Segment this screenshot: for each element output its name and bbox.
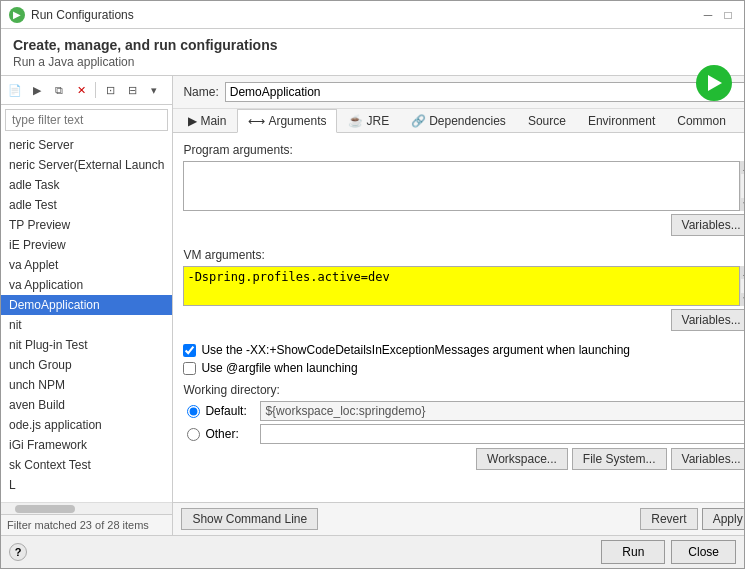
showcode-checkbox[interactable] (183, 344, 196, 357)
list-item[interactable]: ode.js application (1, 415, 172, 435)
filter-button[interactable]: ⊡ (100, 80, 120, 100)
title-bar: ▶ Run Configurations ─ □ (1, 1, 744, 29)
footer-left: ? (9, 543, 27, 561)
maximize-button[interactable]: □ (720, 7, 736, 23)
scroll-up-arrow[interactable]: ▲ (741, 267, 744, 279)
program-arguments-group: Program arguments: ▲ ▼ Variables... (183, 143, 744, 236)
header-title: Create, manage, and run configurations (13, 37, 732, 53)
new-launch-button[interactable]: ▶ (27, 80, 47, 100)
list-item[interactable]: va Applet (1, 255, 172, 275)
delete-button[interactable]: ✕ (71, 80, 91, 100)
new-button[interactable]: 📄 (5, 80, 25, 100)
list-item[interactable]: unch NPM (1, 375, 172, 395)
collapse-button[interactable]: ⊟ (122, 80, 142, 100)
other-radio[interactable] (187, 428, 200, 441)
list-item[interactable]: nit (1, 315, 172, 335)
list-item-application[interactable]: va Application (1, 275, 172, 295)
revert-button[interactable]: Revert (640, 508, 697, 530)
footer: ? Run Close (1, 535, 744, 568)
program-arguments-container: ▲ ▼ (183, 161, 744, 211)
close-button[interactable]: Close (671, 540, 736, 564)
scroll-down-arrow[interactable]: ▼ (741, 293, 744, 305)
arguments-tab-label: Arguments (268, 114, 326, 128)
arguments-tab-icon: ⟷ (248, 114, 265, 128)
list-item[interactable]: iE Preview (1, 235, 172, 255)
working-directory-label: Working directory: (183, 383, 744, 397)
list-item[interactable]: neric Server (1, 135, 172, 155)
vm-variables-button[interactable]: Variables... (671, 309, 744, 331)
vm-arguments-container: -Dspring.profiles.active=dev ▲ ▼ (183, 266, 744, 306)
footer-right: Run Close (601, 540, 736, 564)
vm-arguments-label: VM arguments: (183, 248, 744, 262)
header-section: Create, manage, and run configurations R… (1, 29, 744, 76)
list-item[interactable]: neric Server(External Launch (1, 155, 172, 175)
run-button[interactable]: Run (601, 540, 665, 564)
title-bar-left: ▶ Run Configurations (9, 7, 134, 23)
showcode-label: Use the -XX:+ShowCodeDetailsInExceptionM… (201, 343, 630, 357)
list-item[interactable]: L (1, 475, 172, 495)
env-tab-label: Environment (588, 114, 655, 128)
working-dir-buttons: Workspace... File System... Variables... (183, 448, 744, 470)
list-item-demo[interactable]: DemoApplication (1, 295, 172, 315)
tab-main[interactable]: ▶ Main (177, 109, 237, 132)
bottom-left: Show Command Line (181, 508, 318, 530)
horizontal-scrollbar[interactable] (1, 502, 172, 514)
list-item[interactable]: unch Group (1, 355, 172, 375)
window-controls: ─ □ (700, 7, 736, 23)
tab-arguments[interactable]: ⟷ Arguments (237, 109, 337, 133)
common-tab-label: Common (677, 114, 726, 128)
list-item[interactable]: iGi Framework (1, 435, 172, 455)
duplicate-button[interactable]: ⧉ (49, 80, 69, 100)
toolbar-separator-1 (95, 82, 96, 98)
filter-input[interactable] (5, 109, 168, 131)
other-radio-row: Other: (187, 424, 744, 444)
show-command-line-button[interactable]: Show Command Line (181, 508, 318, 530)
jre-tab-label: JRE (366, 114, 389, 128)
list-item[interactable]: nit Plug-in Test (1, 335, 172, 355)
workspace-button[interactable]: Workspace... (476, 448, 568, 470)
tabs-bar: ▶ Main ⟷ Arguments ☕ JRE 🔗 Dependencies … (173, 109, 744, 133)
filter-status: Filter matched 23 of 28 items (1, 514, 172, 535)
main-tab-label: Main (200, 114, 226, 128)
default-value: ${workspace_loc:springdemo} (260, 401, 744, 421)
program-variables-button[interactable]: Variables... (671, 214, 744, 236)
program-arguments-input[interactable] (183, 161, 739, 211)
prog-args-scrollbar[interactable]: ▲ ▼ (740, 161, 744, 211)
tab-jre[interactable]: ☕ JRE (337, 109, 400, 132)
tab-common[interactable]: Common (666, 109, 737, 132)
vm-arguments-input[interactable]: -Dspring.profiles.active=dev (183, 266, 739, 306)
default-radio[interactable] (187, 405, 200, 418)
tab-dependencies[interactable]: 🔗 Dependencies (400, 109, 517, 132)
list-item[interactable]: aven Build (1, 395, 172, 415)
default-radio-label: Default: (205, 404, 255, 418)
working-directory-group: Working directory: Default: ${workspace_… (183, 383, 744, 470)
tab-more[interactable]: » (737, 109, 744, 132)
list-item[interactable]: sk Context Test (1, 455, 172, 475)
name-input[interactable] (225, 82, 744, 102)
file-system-button[interactable]: File System... (572, 448, 667, 470)
showcode-checkbox-row: Use the -XX:+ShowCodeDetailsInExceptionM… (183, 343, 744, 357)
run-configuration-icon (696, 65, 732, 101)
program-arguments-label: Program arguments: (183, 143, 744, 157)
vm-args-scrollbar[interactable]: ▲ ▼ (740, 266, 744, 306)
apply-button[interactable]: Apply (702, 508, 744, 530)
argfile-checkbox[interactable] (183, 362, 196, 375)
scroll-down-arrow[interactable]: ▼ (741, 198, 744, 210)
tab-source[interactable]: Source (517, 109, 577, 132)
dep-tab-label: Dependencies (429, 114, 506, 128)
minimize-button[interactable]: ─ (700, 7, 716, 23)
bottom-right: Revert Apply (640, 508, 744, 530)
list-item[interactable]: TP Preview (1, 215, 172, 235)
other-directory-input[interactable] (260, 424, 744, 444)
scroll-up-arrow[interactable]: ▲ (741, 162, 744, 174)
dep-tab-icon: 🔗 (411, 114, 426, 128)
help-button[interactable]: ? (9, 543, 27, 561)
variables-dir-button[interactable]: Variables... (671, 448, 744, 470)
list-item[interactable]: adle Test (1, 195, 172, 215)
list-item[interactable]: adle Task (1, 175, 172, 195)
right-panel: Name: ▶ Main ⟷ Arguments ☕ JRE 🔗 (173, 76, 744, 535)
vm-arguments-group: VM arguments: -Dspring.profiles.active=d… (183, 248, 744, 331)
dropdown-button[interactable]: ▾ (144, 80, 164, 100)
tab-environment[interactable]: Environment (577, 109, 666, 132)
header-subtitle: Run a Java application (13, 55, 732, 69)
